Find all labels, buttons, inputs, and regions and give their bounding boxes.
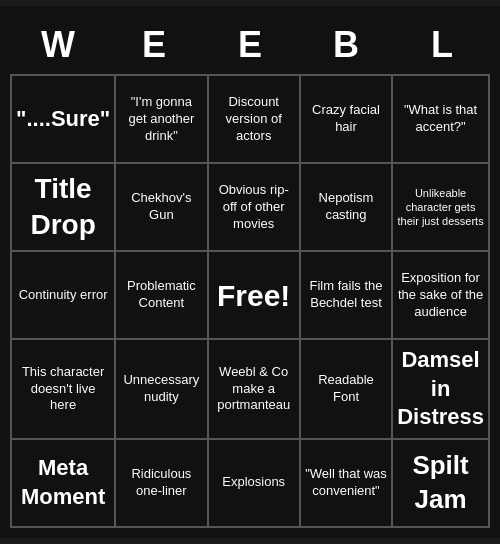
bingo-cell-23[interactable]: "Well that was convenient" <box>301 440 393 528</box>
bingo-cell-22[interactable]: Explosions <box>209 440 301 528</box>
bingo-cell-11[interactable]: Problematic Content <box>116 252 208 340</box>
bingo-cell-13[interactable]: Film fails the Bechdel test <box>301 252 393 340</box>
bingo-cell-14[interactable]: Exposition for the sake of the audience <box>393 252 490 340</box>
bingo-letter-L: L <box>394 16 490 74</box>
bingo-cell-4[interactable]: "What is that accent?" <box>393 76 490 164</box>
bingo-cell-16[interactable]: Unnecessary nudity <box>116 340 208 440</box>
bingo-cell-15[interactable]: This character doesn't live here <box>12 340 116 440</box>
bingo-cell-8[interactable]: Nepotism casting <box>301 164 393 252</box>
bingo-title-row: WEEBL <box>10 16 490 74</box>
bingo-cell-5[interactable]: Title Drop <box>12 164 116 252</box>
bingo-cell-10[interactable]: Continuity error <box>12 252 116 340</box>
bingo-cell-1[interactable]: "I'm gonna get another drink" <box>116 76 208 164</box>
bingo-cell-20[interactable]: Meta Moment <box>12 440 116 528</box>
bingo-cell-3[interactable]: Crazy facial hair <box>301 76 393 164</box>
bingo-cell-18[interactable]: Readable Font <box>301 340 393 440</box>
bingo-letter-E: E <box>106 16 202 74</box>
bingo-cell-2[interactable]: Discount version of actors <box>209 76 301 164</box>
bingo-cell-12[interactable]: Free! <box>209 252 301 340</box>
bingo-letter-W: W <box>10 16 106 74</box>
bingo-cell-9[interactable]: Unlikeable character gets their just des… <box>393 164 490 252</box>
bingo-letter-E: E <box>202 16 298 74</box>
bingo-cell-7[interactable]: Obvious rip-off of other movies <box>209 164 301 252</box>
bingo-cell-19[interactable]: Damsel in Distress <box>393 340 490 440</box>
bingo-letter-B: B <box>298 16 394 74</box>
bingo-card: WEEBL "....Sure""I'm gonna get another d… <box>0 6 500 538</box>
bingo-cell-24[interactable]: Spilt Jam <box>393 440 490 528</box>
bingo-cell-6[interactable]: Chekhov's Gun <box>116 164 208 252</box>
bingo-cell-0[interactable]: "....Sure" <box>12 76 116 164</box>
bingo-grid: "....Sure""I'm gonna get another drink"D… <box>10 74 490 528</box>
bingo-cell-21[interactable]: Ridiculous one-liner <box>116 440 208 528</box>
bingo-cell-17[interactable]: Weebl & Co make a portmanteau <box>209 340 301 440</box>
